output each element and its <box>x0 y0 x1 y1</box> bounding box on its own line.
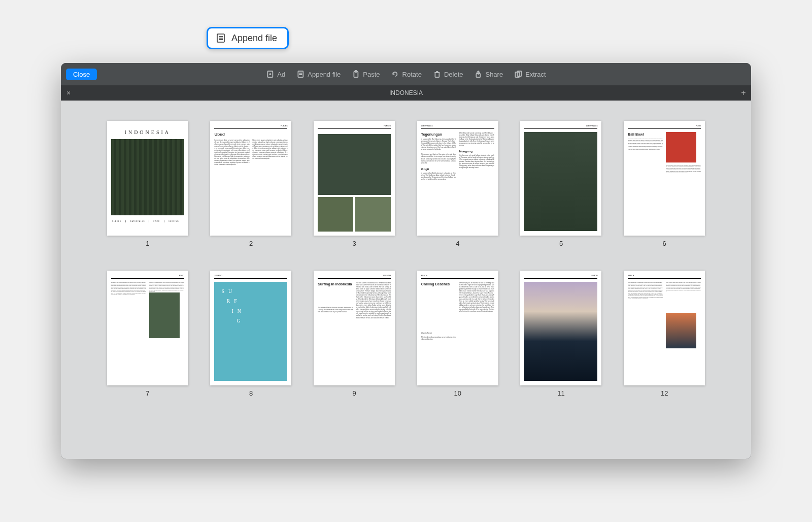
cover-image <box>111 139 184 215</box>
page-thumb-12[interactable]: BEACH The International Hydrographic Org… <box>618 271 710 397</box>
page-thumb-1[interactable]: INDONESIA PLACESWATERFALLSFOODSURFING 1 <box>101 121 194 247</box>
page-thumb-6[interactable]: FOOD Bali Bowl Indonesian cuisine consis… <box>618 121 710 247</box>
page-thumb-3[interactable]: PLACES 3 <box>308 121 400 247</box>
photo <box>524 282 597 381</box>
trash-icon <box>433 70 441 78</box>
photo <box>149 292 180 338</box>
page-heading: Chilling Beaches <box>421 282 456 286</box>
page-thumb-9[interactable]: SURFING Surfing in Indonesia The island … <box>308 271 400 397</box>
photo <box>666 313 696 348</box>
page-heading: Bali Bowl <box>628 132 663 137</box>
page-number: 6 <box>663 240 666 247</box>
append-file-callout: Append file <box>207 27 289 49</box>
page-subheading: Gitgit <box>421 167 456 171</box>
clipboard-icon <box>352 70 360 78</box>
app-window: Close Ad Append file Paste Rotate Delete <box>61 63 751 459</box>
page-thumb-11[interactable]: BEACH 11 <box>515 271 607 397</box>
tab-title: INDONESIA <box>389 89 423 96</box>
rotate-icon <box>391 70 399 78</box>
page-heading: Tegenungan <box>421 132 456 137</box>
photo <box>524 132 597 231</box>
page-subheading: Nungung <box>459 149 494 153</box>
photo <box>355 197 391 232</box>
add-label: Ad <box>277 71 285 78</box>
vertical-title: SU RF IN G <box>221 288 242 328</box>
file-lines-icon <box>296 70 304 78</box>
svg-rect-15 <box>217 34 224 42</box>
page-number: 9 <box>353 389 356 397</box>
page-number: 11 <box>557 389 564 397</box>
photo <box>318 134 391 195</box>
paste-button[interactable]: Paste <box>352 70 380 78</box>
page-number: 10 <box>454 389 461 397</box>
category-row: PLACESWATERFALLSFOODSURFING <box>111 220 184 222</box>
page-number: 8 <box>249 389 253 397</box>
append-label: Append file <box>308 71 341 78</box>
photo <box>318 197 353 232</box>
page-thumb-2[interactable]: PLACES Ubud Lorem ipsum dolor sit amet c… <box>205 121 297 247</box>
page-thumb-5[interactable]: WATERFALLS 5 <box>515 121 607 247</box>
extract-label: Extract <box>525 71 546 78</box>
page-number: 2 <box>249 240 253 247</box>
close-button[interactable]: Close <box>66 69 97 80</box>
page-number: 5 <box>559 240 563 247</box>
svg-rect-3 <box>298 71 303 77</box>
close-tab-button[interactable]: × <box>61 89 76 97</box>
page-number: 12 <box>661 389 668 397</box>
page-thumb-8[interactable]: SURFING SU RF IN G 8 <box>205 271 297 397</box>
photo: SU RF IN G <box>214 282 287 381</box>
rotate-label: Rotate <box>402 71 422 78</box>
paste-label: Paste <box>363 71 380 78</box>
new-tab-button[interactable]: + <box>736 88 751 97</box>
delete-button[interactable]: Delete <box>433 70 463 78</box>
page-thumb-4[interactable]: WATERFALLS Tegenungan is a waterfall in … <box>412 121 504 247</box>
page-number: 3 <box>353 240 356 247</box>
extract-icon <box>514 70 522 78</box>
doc-title: INDONESIA <box>111 129 184 136</box>
page-number: 7 <box>146 389 149 397</box>
delete-label: Delete <box>444 71 463 78</box>
page-thumb-10[interactable]: BEACH Chilling Beaches Uluwatu Temple Th… <box>412 271 504 397</box>
rotate-button[interactable]: Rotate <box>391 70 422 78</box>
callout-label: Append file <box>231 33 277 44</box>
append-file-button[interactable]: Append file <box>296 70 341 78</box>
caption: Uluwatu Temple <box>421 332 456 334</box>
photo <box>666 132 696 162</box>
svg-rect-8 <box>435 73 439 77</box>
page-heading: Surfing in Indonesia <box>318 282 353 286</box>
tab-bar: × INDONESIA + <box>61 85 751 101</box>
page-number: 1 <box>146 240 149 247</box>
thumbnail-area[interactable]: INDONESIA PLACESWATERFALLSFOODSURFING 1 … <box>61 101 751 459</box>
file-lines-icon <box>215 32 226 44</box>
plus-page-icon <box>266 70 274 78</box>
page-number: 4 <box>456 240 459 247</box>
add-button[interactable]: Ad <box>266 70 285 78</box>
share-label: Share <box>485 71 503 78</box>
share-button[interactable]: Share <box>474 70 503 78</box>
page-heading: Ubud <box>214 132 287 138</box>
extract-button[interactable]: Extract <box>514 70 546 78</box>
share-icon <box>474 70 482 78</box>
page-thumb-7[interactable]: FOOD and bitter Most of Indonesians favo… <box>101 271 194 397</box>
toolbar: Close Ad Append file Paste Rotate Delete <box>61 63 751 85</box>
